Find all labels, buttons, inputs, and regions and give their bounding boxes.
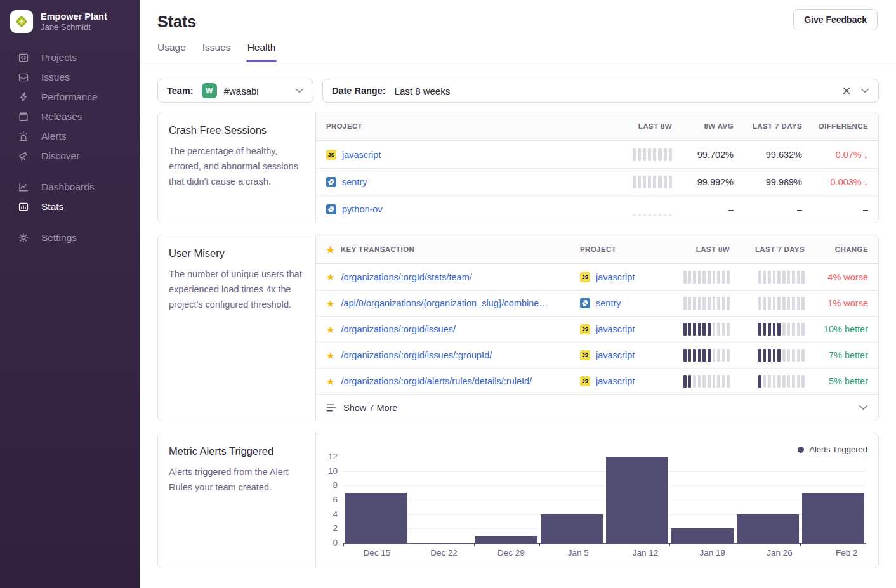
- sidebar-item-discover[interactable]: Discover: [0, 146, 140, 166]
- difference-value: –: [863, 204, 868, 215]
- chart-bar-dec-29: [475, 536, 537, 543]
- x-axis-tick-label: Jan 12: [612, 548, 679, 558]
- crash-table-header: ProjectLast 8W8W AvgLast 7 DaysDifferenc…: [316, 112, 878, 141]
- date-range-select[interactable]: Date Range: Last 8 weeks: [322, 79, 879, 103]
- project-link[interactable]: sentry: [596, 298, 621, 308]
- key-transaction-star-icon[interactable]: ★: [326, 351, 334, 360]
- sparkline-7d: [758, 271, 805, 284]
- transaction-link[interactable]: /organizations/:orgId/issues/: [341, 324, 456, 334]
- give-feedback-button[interactable]: Give Feedback: [793, 9, 878, 30]
- last-7-days-value: 99.989%: [766, 177, 802, 187]
- project-link[interactable]: sentry: [342, 177, 367, 187]
- sidebar-nav: ProjectsIssuesPerformanceReleasesAlertsD…: [0, 48, 140, 247]
- team-select-label: Team:: [167, 86, 194, 96]
- change-value: 7% better: [829, 350, 868, 360]
- sparkline-8w: [683, 375, 730, 388]
- chart-bar-jan-12: [606, 457, 668, 543]
- team-avatar: W: [202, 83, 217, 98]
- sidebar: Empower Plant Jane Schmidt ProjectsIssue…: [0, 0, 140, 588]
- transaction-link[interactable]: /api/0/organizations/{organization_slug}…: [341, 298, 548, 308]
- project-link[interactable]: javascript: [342, 150, 381, 160]
- chart-legend[interactable]: Alerts Triggered: [798, 445, 867, 454]
- project-link[interactable]: javascript: [596, 350, 635, 360]
- sparkline-7d: [758, 375, 805, 388]
- user-misery-panel: User Misery The number of unique users t…: [157, 235, 879, 421]
- column-header: Last 8W: [638, 122, 672, 130]
- column-header: Difference: [819, 122, 868, 130]
- arrow-down-icon: ↓: [864, 177, 868, 187]
- project-link[interactable]: javascript: [596, 272, 635, 282]
- dashboards-icon: [18, 181, 29, 193]
- alerts-triggered-chart: Alerts Triggered 024681012Dec 15Dec 22De…: [316, 433, 878, 568]
- sparkline-sessions: [633, 176, 673, 188]
- key-transaction-star-icon[interactable]: ★: [326, 325, 334, 334]
- alert-rules-table-header: Alert RuleProjectLast 8W AverageThis Wee…: [316, 568, 878, 568]
- clear-icon[interactable]: [843, 87, 850, 95]
- show-more-button[interactable]: Show 7 More: [316, 394, 878, 421]
- key-transaction-star-icon[interactable]: ★: [326, 299, 334, 308]
- tab-usage[interactable]: Usage: [157, 42, 186, 62]
- javascript-platform-icon: JS: [580, 376, 590, 386]
- python-platform-icon: [326, 204, 336, 214]
- org-logo: [10, 10, 33, 33]
- sidebar-item-stats[interactable]: Stats: [0, 197, 140, 216]
- sparkline-8w: [683, 349, 730, 362]
- stats-icon: [18, 201, 29, 212]
- javascript-platform-icon: JS: [326, 150, 336, 160]
- key-transaction-star-icon[interactable]: ★: [326, 377, 334, 386]
- performance-icon: [18, 91, 29, 103]
- transaction-link[interactable]: /organizations/:orgId/issues/:groupId/: [341, 350, 492, 360]
- legend-label: Alerts Triggered: [809, 445, 867, 454]
- javascript-platform-icon: JS: [580, 272, 590, 282]
- transaction-link[interactable]: /organizations/:orgId/stats/team/: [341, 272, 471, 282]
- sidebar-item-performance[interactable]: Performance: [0, 87, 140, 107]
- chart-plot-area: [343, 457, 866, 543]
- column-header: Last 7 Days: [755, 245, 805, 253]
- table-row: ★/organizations/:orgId/alerts/rules/deta…: [316, 368, 878, 394]
- sidebar-item-projects[interactable]: Projects: [0, 48, 140, 67]
- column-header: Project: [326, 122, 615, 130]
- y-axis-tick-label: 2: [316, 523, 338, 533]
- projects-icon: [18, 52, 29, 63]
- list-icon: [326, 403, 336, 412]
- table-row: JSjavascript99.702%99.632%0.07%↓: [316, 141, 878, 168]
- transaction-link[interactable]: /organizations/:orgId/alerts/rules/detai…: [341, 376, 532, 386]
- tab-issues[interactable]: Issues: [202, 42, 231, 62]
- x-axis-tick-label: Dec 22: [411, 548, 478, 558]
- table-row: ★/organizations/:orgId/stats/team/JSjava…: [316, 264, 878, 290]
- javascript-platform-icon: JS: [580, 350, 590, 360]
- sidebar-item-releases[interactable]: Releases: [0, 107, 140, 126]
- y-axis-tick-label: 6: [316, 495, 338, 504]
- sidebar-item-dashboards[interactable]: Dashboards: [0, 177, 140, 197]
- tab-health[interactable]: Health: [247, 42, 276, 62]
- sidebar-item-settings[interactable]: Settings: [0, 228, 140, 247]
- project-link[interactable]: javascript: [596, 376, 635, 386]
- alerts-icon: [18, 131, 29, 142]
- y-axis-tick-label: 0: [316, 538, 338, 547]
- x-axis-tick-label: Jan 5: [544, 548, 612, 558]
- date-range-label: Date Range:: [332, 86, 386, 96]
- crash-free-sessions-panel: Crash Free Sessions The percentage of he…: [157, 112, 879, 223]
- panel-description: The number of unique users that experien…: [169, 266, 305, 313]
- team-select[interactable]: Team: W #wasabi: [157, 79, 313, 103]
- sidebar-item-issues[interactable]: Issues: [0, 67, 140, 87]
- panel-description: The percentage of healthy, errored, and …: [169, 143, 305, 190]
- column-header: Change: [835, 245, 868, 253]
- metric-alerts-panel: Metric Alerts Triggered Alerts triggered…: [157, 433, 879, 568]
- sparkline-7d: [758, 349, 805, 362]
- project-link[interactable]: javascript: [596, 324, 635, 334]
- avg-value: –: [728, 204, 734, 214]
- sparkline-8w: [683, 271, 730, 284]
- sidebar-item-alerts[interactable]: Alerts: [0, 126, 140, 146]
- javascript-platform-icon: JS: [580, 324, 590, 334]
- panel-description: Alerts triggered from the Alert Rules yo…: [169, 464, 305, 495]
- column-header: Last 7 Days: [753, 122, 802, 130]
- difference-value: 0.07%↓: [836, 149, 868, 160]
- discover-icon: [18, 150, 29, 162]
- crash-table-body: JSjavascript99.702%99.632%0.07%↓sentry99…: [316, 141, 878, 223]
- sparkline-7d: [758, 297, 805, 310]
- project-link[interactable]: python-ov: [342, 204, 383, 214]
- chevron-down-icon: [860, 88, 869, 93]
- key-transaction-star-icon[interactable]: ★: [326, 272, 334, 282]
- org-switcher[interactable]: Empower Plant Jane Schmidt: [0, 9, 140, 34]
